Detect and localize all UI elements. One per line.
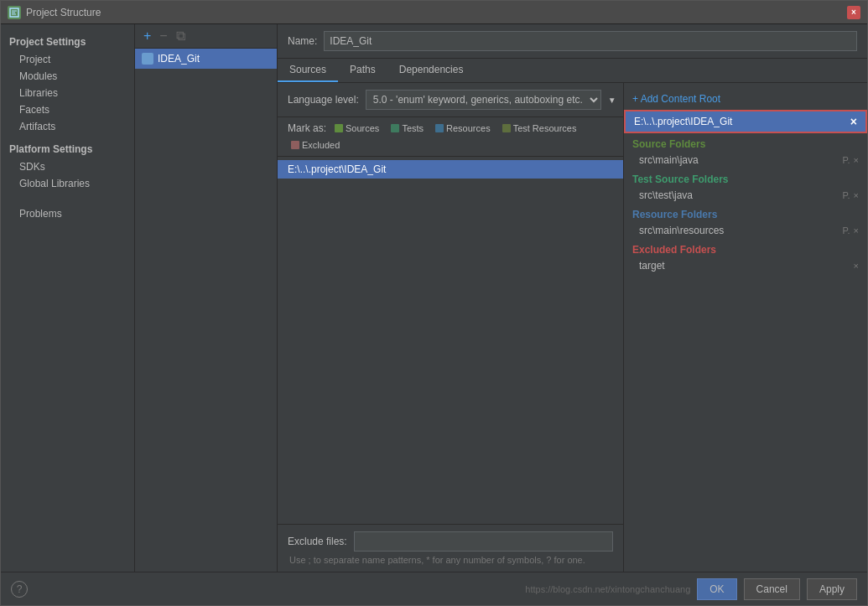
tab-dependencies[interactable]: Dependencies: [387, 59, 476, 82]
resource-folder-edit-button[interactable]: P.: [843, 225, 850, 236]
excluded-color-icon: [291, 141, 299, 149]
language-level-select[interactable]: 5.0 - 'enum' keyword, generics, autoboxi…: [366, 90, 601, 110]
add-module-button[interactable]: +: [142, 29, 153, 43]
source-folder-remove-button[interactable]: ×: [854, 155, 859, 165]
mark-resources-label: Resources: [446, 123, 491, 133]
source-folder-item: src\main\java P. ×: [624, 152, 867, 168]
resource-folders-title: Resource Folders: [624, 204, 867, 222]
mark-testres-label: Test Resources: [513, 123, 577, 133]
mark-sources-label: Sources: [346, 123, 379, 133]
remove-module-button[interactable]: −: [158, 29, 169, 43]
source-folder-actions: P. ×: [843, 155, 859, 165]
resources-color-icon: [435, 124, 444, 132]
sidebar-item-modules[interactable]: Modules: [1, 68, 134, 85]
sidebar-item-project[interactable]: Project: [1, 51, 134, 68]
mark-test-resources-button[interactable]: Test Resources: [499, 122, 580, 134]
sidebar-item-facets[interactable]: Facets: [1, 101, 134, 118]
excluded-folder-actions: ×: [854, 261, 859, 271]
test-source-folders-title: Test Source Folders: [624, 168, 867, 187]
mark-tests-label: Tests: [402, 123, 424, 133]
add-content-root-button[interactable]: + Add Content Root: [624, 88, 867, 110]
test-folder-actions: P. ×: [843, 190, 859, 200]
folder-item-left: src\main\java: [639, 154, 699, 166]
tree-item-root[interactable]: E:\..\.project\IDEA_Git: [278, 160, 623, 179]
platform-settings-section-title: Platform Settings: [1, 135, 134, 158]
source-folder-path: src\main\java: [639, 154, 699, 166]
source-folders-title: Source Folders: [624, 133, 867, 152]
testres-color-icon: [502, 124, 511, 132]
exclude-label-row: Exclude files:: [288, 531, 613, 552]
dialog-title: Project Structure: [26, 7, 842, 18]
right-sources-panel: + Add Content Root E:\..\.project\IDEA_G…: [624, 83, 867, 572]
ok-button[interactable]: OK: [697, 578, 736, 600]
left-sources-panel: Language level: 5.0 - 'enum' keyword, ge…: [278, 83, 624, 572]
content-root-header: E:\..\.project\IDEA_Git ×: [624, 110, 867, 133]
excluded-folder-item-left: target: [639, 260, 665, 272]
source-folder-edit-button[interactable]: P.: [843, 155, 850, 165]
watermark: https://blog.csdn.net/xintongchanchuang: [525, 584, 690, 594]
excluded-folder-path: target: [639, 260, 665, 272]
project-settings-section-title: Project Settings: [1, 31, 134, 51]
help-button[interactable]: ?: [11, 581, 28, 598]
sources-color-icon: [335, 124, 343, 132]
sidebar-item-libraries[interactable]: Libraries: [1, 85, 134, 101]
test-folder-path: src\test\java: [639, 189, 693, 201]
titlebar: Project Structure ×: [1, 1, 867, 24]
test-folder-remove-button[interactable]: ×: [854, 190, 859, 200]
sidebar-item-artifacts[interactable]: Artifacts: [1, 118, 134, 135]
mark-resources-button[interactable]: Resources: [432, 122, 494, 134]
sidebar-item-global-libraries[interactable]: Global Libraries: [1, 175, 134, 192]
sidebar-item-sdks[interactable]: SDKs: [1, 158, 134, 175]
mark-as-row: Mark as: Sources Tests Resources: [278, 117, 623, 157]
cancel-button[interactable]: Cancel: [744, 578, 800, 600]
resource-folder-path: src\main\resources: [639, 225, 724, 236]
close-button[interactable]: ×: [847, 6, 860, 19]
content-root-close-button[interactable]: ×: [850, 115, 857, 128]
main-content: Project Settings Project Modules Librari…: [1, 24, 867, 572]
name-row: Name:: [278, 24, 867, 59]
sidebar-item-problems[interactable]: Problems: [1, 205, 134, 222]
name-label: Name:: [288, 35, 317, 47]
exclude-files-input[interactable]: [354, 531, 613, 552]
app-icon: [8, 6, 21, 19]
mark-as-label: Mark as:: [288, 122, 326, 134]
bottom-right: https://blog.csdn.net/xintongchanchuang …: [525, 578, 857, 600]
mark-excluded-button[interactable]: Excluded: [288, 139, 343, 151]
exclude-files-label: Exclude files:: [288, 536, 347, 547]
sources-content: Language level: 5.0 - 'enum' keyword, ge…: [278, 83, 867, 572]
tree-item-label: E:\..\.project\IDEA_Git: [288, 163, 386, 175]
dropdown-arrow: ▼: [608, 96, 616, 105]
module-name-input[interactable]: [324, 31, 857, 51]
test-folder-edit-button[interactable]: P.: [843, 190, 850, 200]
content-root-path: E:\..\.project\IDEA_Git: [634, 116, 732, 127]
sidebar: Project Settings Project Modules Librari…: [1, 24, 135, 572]
mark-excluded-label: Excluded: [302, 140, 340, 150]
tab-sources[interactable]: Sources: [278, 59, 338, 82]
resource-folder-item-left: src\main\resources: [639, 225, 724, 236]
excluded-folders-title: Excluded Folders: [624, 239, 867, 257]
test-folder-item-left: src\test\java: [639, 189, 693, 201]
tab-paths[interactable]: Paths: [338, 59, 387, 82]
exclude-row: Exclude files: Use ; to separate name pa…: [278, 524, 623, 572]
exclude-hint: Use ; to separate name patterns, * for a…: [288, 555, 613, 565]
copy-module-button[interactable]: ⧉: [174, 29, 187, 43]
language-level-label: Language level:: [288, 94, 359, 106]
resource-folder-actions: P. ×: [843, 225, 859, 236]
bottom-bar: ? https://blog.csdn.net/xintongchanchuan…: [1, 572, 867, 605]
module-list: IDEA_Git: [135, 49, 277, 572]
module-icon: [142, 53, 153, 65]
resource-folder-remove-button[interactable]: ×: [854, 225, 859, 236]
module-panel: + − ⧉ IDEA_Git: [135, 24, 278, 572]
test-source-folder-item: src\test\java P. ×: [624, 187, 867, 204]
mark-sources-button[interactable]: Sources: [331, 122, 382, 134]
project-structure-dialog: Project Structure × Project Settings Pro…: [0, 0, 868, 606]
module-item[interactable]: IDEA_Git: [135, 49, 277, 69]
module-toolbar: + − ⧉: [135, 24, 277, 49]
mark-tests-button[interactable]: Tests: [387, 122, 427, 134]
right-panel: Name: Sources Paths Dependencies Languag…: [278, 24, 867, 572]
excluded-folder-item: target ×: [624, 257, 867, 274]
tabs-row: Sources Paths Dependencies: [278, 59, 867, 83]
language-level-row: Language level: 5.0 - 'enum' keyword, ge…: [278, 83, 623, 117]
excluded-folder-remove-button[interactable]: ×: [854, 261, 859, 271]
apply-button[interactable]: Apply: [807, 578, 857, 600]
